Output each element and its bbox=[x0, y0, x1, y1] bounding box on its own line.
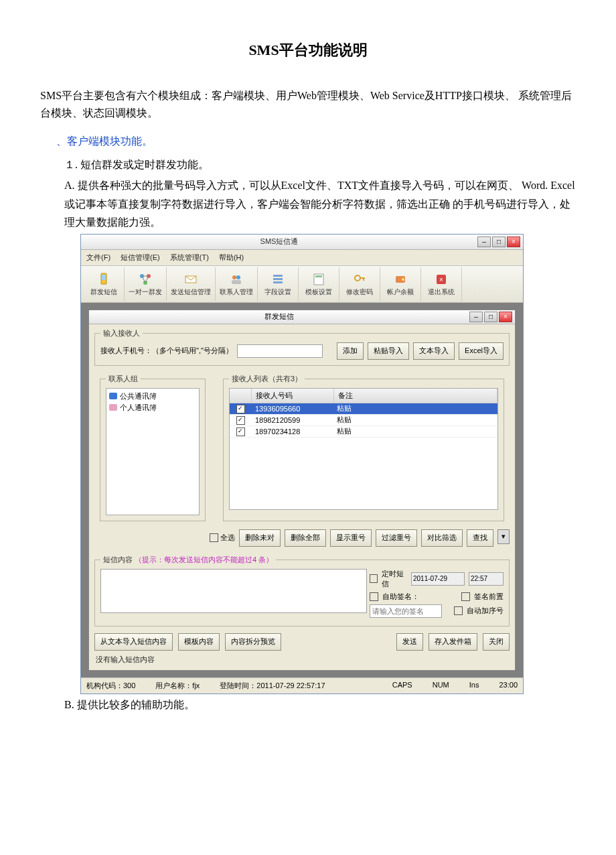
contact-group-item[interactable]: 公共通讯簿 bbox=[109, 391, 196, 401]
contact-group-list[interactable]: 公共通讯簿 个人通讯簿 bbox=[106, 388, 200, 515]
svg-rect-13 bbox=[273, 278, 283, 280]
toolbar-tpl-set[interactable]: 模板设置 bbox=[299, 267, 339, 301]
section-1-heading: 、客户端模块功能。 bbox=[56, 135, 576, 149]
import-from-text-button[interactable]: 从文本导入短信内容 bbox=[94, 633, 173, 651]
svg-point-9 bbox=[232, 275, 236, 279]
receiver-table[interactable]: 接收人号码 备注 ✓ 13936095660 粘贴 ✓ 18982120599 bbox=[229, 388, 498, 510]
send-button[interactable]: 发送 bbox=[396, 633, 423, 651]
delete-unselected-button[interactable]: 删除未对 bbox=[239, 529, 281, 547]
table-row[interactable]: ✓ 13936095660 粘贴 bbox=[230, 403, 497, 415]
select-all-checkbox[interactable]: 全选 bbox=[210, 529, 235, 547]
query-button[interactable]: 查找 bbox=[467, 529, 493, 547]
item-1: １. 短信群发或定时群发功能。 bbox=[64, 155, 576, 174]
app-window: SMS短信通 – □ × 文件(F) 短信管理(E) 系统管理(T) 帮助(H)… bbox=[80, 234, 524, 694]
toolbar-send-mgmt[interactable]: 发送短信管理 bbox=[167, 267, 216, 301]
receiver-input-legend: 输入接收人 bbox=[100, 328, 143, 338]
sig-front-checkbox[interactable] bbox=[461, 592, 470, 601]
menu-bar: 文件(F) 短信管理(E) 系统管理(T) 帮助(H) bbox=[81, 250, 523, 266]
minimize-button[interactable]: – bbox=[477, 237, 491, 247]
svg-point-21 bbox=[402, 278, 404, 281]
compare-button[interactable]: 对比筛选 bbox=[421, 529, 463, 547]
message-textarea[interactable] bbox=[100, 569, 367, 613]
status-user: 用户名称：fjx bbox=[155, 681, 200, 691]
svg-rect-19 bbox=[363, 277, 364, 281]
menu-sms-mgmt[interactable]: 短信管理(E) bbox=[121, 253, 160, 261]
toolbar-field-set[interactable]: 字段设置 bbox=[258, 267, 299, 301]
excel-import-button[interactable]: Excel导入 bbox=[459, 342, 504, 360]
dropdown-icon[interactable]: ▾ bbox=[497, 529, 510, 544]
timed-checkbox[interactable] bbox=[370, 574, 378, 583]
mdi-max-button[interactable]: □ bbox=[484, 312, 497, 322]
svg-rect-12 bbox=[273, 275, 283, 277]
intro-paragraph: SMS平台主要包含有六个模块组成：客户端模块、用户Web管理模块、Web Ser… bbox=[40, 87, 576, 121]
timed-date-input[interactable] bbox=[411, 572, 465, 586]
autosig-checkbox[interactable] bbox=[370, 592, 378, 601]
close-button[interactable]: × bbox=[507, 237, 520, 247]
timed-time-input[interactable] bbox=[469, 572, 504, 586]
folder-icon bbox=[109, 393, 117, 399]
msg-content-legend: 短信内容 bbox=[103, 555, 133, 564]
contact-group-fieldset: 联系人组 公共通讯簿 个人通讯簿 bbox=[100, 374, 206, 521]
toolbar: 群发短信 一对一群发 发送短信管理 联系人管理 字段设置 模板设置 修改密码 帐… bbox=[81, 266, 523, 303]
mdi-close-button[interactable]: × bbox=[499, 312, 512, 322]
svg-rect-14 bbox=[273, 281, 283, 283]
item-b: B. 提供比较多的辅助功能。 bbox=[64, 698, 576, 712]
table-row[interactable]: ✓ 18982120599 粘贴 bbox=[230, 415, 497, 426]
receiver-list-legend: 接收人列表（共有3） bbox=[229, 374, 305, 384]
row-checkbox[interactable]: ✓ bbox=[236, 416, 245, 425]
autoseq-checkbox[interactable] bbox=[454, 606, 463, 615]
menu-file[interactable]: 文件(F) bbox=[86, 253, 110, 261]
receiver-input[interactable] bbox=[237, 344, 323, 358]
no-content-hint: 没有输入短信内容 bbox=[89, 652, 515, 670]
add-button[interactable]: 添加 bbox=[337, 342, 364, 360]
signature-input[interactable] bbox=[370, 604, 442, 618]
table-row[interactable]: ✓ 18970234128 粘贴 bbox=[230, 426, 497, 438]
receiver-list-fieldset: 接收人列表（共有3） 接收人号码 备注 ✓ 13936095660 粘贴 bbox=[223, 374, 504, 521]
svg-rect-11 bbox=[232, 280, 241, 284]
row-checkbox[interactable]: ✓ bbox=[236, 428, 245, 436]
toolbar-exit[interactable]: ×退出系统 bbox=[421, 267, 462, 301]
svg-rect-1 bbox=[102, 275, 106, 280]
page-title: SMS平台功能说明 bbox=[40, 40, 576, 60]
receiver-label: 接收人手机号：（多个号码用","号分隔） bbox=[100, 346, 233, 356]
row-checkbox[interactable]: ✓ bbox=[236, 405, 245, 413]
status-ins: Ins bbox=[469, 681, 479, 691]
status-clock: 23:00 bbox=[499, 681, 518, 691]
toolbar-group-send[interactable]: 群发短信 bbox=[84, 267, 125, 301]
toolbar-chg-pwd[interactable]: 修改密码 bbox=[339, 267, 380, 301]
toolbar-acct-top[interactable]: 帐户余额 bbox=[380, 267, 421, 301]
nodes-icon bbox=[138, 272, 153, 287]
txt-import-button[interactable]: 文本导入 bbox=[413, 342, 455, 360]
maximize-button[interactable]: □ bbox=[492, 237, 506, 247]
receiver-input-fieldset: 输入接收人 接收人手机号：（多个号码用","号分隔） 添加 粘贴导入 文本导入 … bbox=[94, 328, 510, 366]
paste-import-button[interactable]: 粘贴导入 bbox=[368, 342, 409, 360]
mdi-area: 群发短信 – □ × 输入接收人 接收人手机号：（多个号码用","号分隔） 添加 bbox=[81, 303, 523, 677]
show-dup-button[interactable]: 显示重号 bbox=[330, 529, 372, 547]
users-icon bbox=[229, 272, 244, 287]
toolbar-one-to-one[interactable]: 一对一群发 bbox=[125, 267, 167, 301]
col-note: 备注 bbox=[334, 389, 497, 403]
close-dialog-button[interactable]: 关闭 bbox=[483, 633, 510, 651]
menu-help[interactable]: 帮助(H) bbox=[219, 253, 244, 261]
svg-rect-16 bbox=[315, 275, 322, 277]
contact-group-item[interactable]: 个人通讯簿 bbox=[109, 403, 196, 413]
message-content-fieldset: 短信内容 （提示：每次发送短信内容不能超过4 条） 定时短信 自助签名： 签名前… bbox=[94, 555, 510, 627]
window-title-bar: SMS短信通 – □ × bbox=[81, 235, 523, 250]
group-send-window: 群发短信 – □ × 输入接收人 接收人手机号：（多个号码用","号分隔） 添加 bbox=[88, 310, 516, 671]
toolbar-contacts[interactable]: 联系人管理 bbox=[216, 267, 258, 301]
mdi-min-button[interactable]: – bbox=[469, 312, 483, 322]
status-login: 登陆时间：2011-07-29 22:57:17 bbox=[220, 681, 325, 691]
template-content-button[interactable]: 模板内容 bbox=[178, 633, 220, 651]
exit-icon: × bbox=[434, 272, 449, 287]
menu-sys-mgmt[interactable]: 系统管理(T) bbox=[170, 253, 209, 261]
screenshot-figure: SMS短信通 – □ × 文件(F) 短信管理(E) 系统管理(T) 帮助(H)… bbox=[80, 234, 576, 694]
filter-dup-button[interactable]: 过滤重号 bbox=[376, 529, 417, 547]
svg-point-17 bbox=[355, 275, 360, 281]
contact-group-legend: 联系人组 bbox=[106, 374, 141, 384]
delete-all-button[interactable]: 删除全部 bbox=[285, 529, 326, 547]
svg-point-10 bbox=[236, 275, 240, 279]
status-org: 机构代码：300 bbox=[86, 681, 135, 691]
save-outbox-button[interactable]: 存入发件箱 bbox=[429, 633, 477, 651]
status-caps: CAPS bbox=[392, 681, 412, 691]
split-preview-button[interactable]: 内容拆分预览 bbox=[225, 633, 281, 651]
